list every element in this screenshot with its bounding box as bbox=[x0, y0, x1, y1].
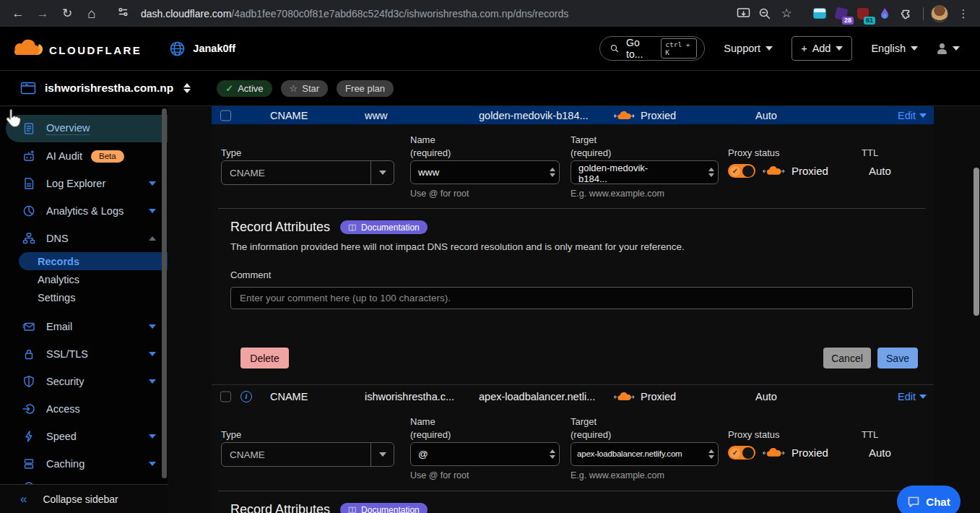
record-checkbox[interactable] bbox=[220, 110, 231, 121]
account-name: Janak0ff bbox=[193, 43, 235, 54]
star-badge[interactable]: ☆ Star bbox=[281, 80, 329, 97]
divider bbox=[218, 491, 925, 491]
record-attributes-title: Record Attributes bbox=[230, 502, 330, 513]
chevron-down-icon bbox=[919, 113, 927, 118]
site-settings-icon[interactable] bbox=[117, 6, 129, 21]
sidebar-item-dns[interactable]: DNS bbox=[0, 225, 168, 252]
documentation-badge[interactable]: Documentation bbox=[340, 220, 428, 234]
goto-search[interactable]: Go to... ctrl + K bbox=[599, 36, 705, 61]
sidebar-item-security[interactable]: Security bbox=[0, 368, 168, 395]
name-required: (required) bbox=[410, 429, 451, 440]
language-menu[interactable]: English bbox=[871, 43, 918, 54]
record-target: golden-medovik-b184... bbox=[479, 110, 589, 121]
save-button[interactable]: Save bbox=[877, 348, 918, 368]
dns-record-row[interactable]: i CNAME ishworishrestha.c... apex-loadba… bbox=[212, 384, 934, 408]
access-icon bbox=[22, 402, 36, 415]
zone-name: ishworishrestha.com.np bbox=[45, 82, 173, 95]
sidebar-item-caching[interactable]: Caching bbox=[0, 450, 168, 478]
edit-record-button[interactable]: Edit bbox=[898, 391, 927, 402]
chevron-down-icon bbox=[766, 46, 773, 51]
bookmark-star-icon[interactable]: ☆ bbox=[777, 4, 796, 23]
name-input[interactable] bbox=[411, 161, 559, 184]
target-label: Target bbox=[571, 416, 597, 427]
proxy-toggle[interactable]: ✓ bbox=[728, 164, 755, 178]
comment-input[interactable] bbox=[231, 288, 912, 309]
delete-button[interactable]: Delete bbox=[240, 348, 289, 368]
sidebar-item-email[interactable]: Email bbox=[0, 313, 168, 340]
chevron-down-icon bbox=[836, 46, 843, 51]
extension-red-icon[interactable]: 61 bbox=[854, 4, 872, 23]
record-attributes-title: Record Attributes bbox=[230, 220, 330, 235]
caching-icon bbox=[22, 457, 36, 470]
sidebar-item-overview[interactable]: Overview bbox=[6, 115, 168, 142]
name-input[interactable] bbox=[411, 443, 559, 465]
sidebar-item-access[interactable]: Access bbox=[0, 395, 168, 423]
extensions-puzzle-icon[interactable] bbox=[897, 4, 916, 23]
record-attributes-section: Record Attributes Documentation bbox=[212, 502, 934, 513]
target-required: (required) bbox=[571, 429, 611, 440]
extension-flame-icon[interactable] bbox=[875, 4, 894, 23]
sidebar-item-dns-settings[interactable]: Settings bbox=[0, 288, 168, 306]
sidebar-scrollbar[interactable] bbox=[162, 108, 167, 478]
stepper-icons[interactable] bbox=[550, 443, 555, 465]
target-input[interactable]: apex-loadbalancer.netlify.com bbox=[571, 442, 719, 466]
account-selector[interactable]: Janak0ff bbox=[169, 40, 235, 57]
forward-icon[interactable]: → bbox=[30, 7, 55, 21]
sidebar-item-log-explorer[interactable]: Log Explorer bbox=[0, 170, 168, 197]
stepper-icons[interactable] bbox=[708, 443, 714, 465]
sidebar-item-partial bbox=[0, 478, 168, 484]
check-icon: ✓ bbox=[225, 83, 233, 94]
cloudflare-logo[interactable]: CLOUDFLARE bbox=[10, 39, 142, 58]
chevron-down-icon bbox=[149, 352, 156, 356]
collapse-icon: « bbox=[20, 492, 27, 506]
back-icon[interactable]: ← bbox=[6, 7, 30, 21]
reload-icon[interactable]: ↻ bbox=[55, 6, 79, 21]
record-type: CNAME bbox=[270, 391, 308, 402]
sidebar-item-ssl-tls[interactable]: SSL/TLS bbox=[0, 340, 168, 368]
proxy-toggle[interactable]: ✓ bbox=[728, 446, 755, 460]
sidebar-item-dns-analytics[interactable]: Analytics bbox=[0, 270, 168, 288]
zone-switcher-icon[interactable] bbox=[183, 83, 191, 93]
address-bar[interactable]: dash.cloudflare.com/4adb1fee7080c0f81e7a… bbox=[117, 6, 734, 21]
lightning-icon bbox=[22, 430, 36, 443]
overview-icon bbox=[22, 122, 36, 135]
add-button[interactable]: + Add bbox=[792, 36, 852, 61]
type-select[interactable]: CNAME bbox=[221, 442, 394, 467]
record-name: ishworishrestha.c... bbox=[365, 391, 454, 402]
sidebar-item-dns-records[interactable]: Records bbox=[19, 252, 168, 270]
proxy-status-label: Proxy status bbox=[728, 147, 780, 160]
info-icon[interactable]: i bbox=[240, 391, 252, 402]
chat-button[interactable]: Chat bbox=[897, 486, 961, 513]
type-select[interactable]: CNAME bbox=[221, 160, 394, 185]
proxy-status-label: Proxy status bbox=[728, 428, 780, 441]
browser-menu-icon[interactable]: ⋮ bbox=[951, 7, 976, 20]
sidebar-item-analytics-logs[interactable]: Analytics & Logs bbox=[0, 197, 168, 225]
zoom-icon[interactable] bbox=[755, 4, 774, 23]
edit-record-button[interactable]: Edit bbox=[898, 110, 927, 121]
book-icon bbox=[348, 506, 357, 513]
sidebar-item-speed[interactable]: Speed bbox=[0, 423, 168, 450]
cancel-button[interactable]: Cancel bbox=[823, 348, 871, 368]
name-input-wrap bbox=[410, 442, 560, 466]
beta-badge: Beta bbox=[91, 150, 124, 163]
sidebar-item-ai-audit[interactable]: AI Audit Beta bbox=[0, 142, 168, 170]
cast-icon[interactable] bbox=[734, 4, 753, 23]
proxied-cloud-icon bbox=[762, 165, 785, 176]
dns-record-row-selected[interactable]: CNAME www golden-medovik-b184... Proxied… bbox=[212, 106, 934, 124]
stepper-icons[interactable] bbox=[708, 161, 714, 184]
extension-printer-icon[interactable] bbox=[810, 4, 829, 23]
extension-purple-icon[interactable]: 28 bbox=[832, 4, 851, 23]
page-scrollbar[interactable] bbox=[974, 168, 979, 316]
home-icon[interactable]: ⌂ bbox=[79, 6, 104, 22]
documentation-badge[interactable]: Documentation bbox=[340, 503, 428, 513]
user-menu[interactable] bbox=[937, 43, 960, 54]
proxied-cloud-icon bbox=[762, 447, 785, 458]
target-input[interactable]: golden-medovik-b184... bbox=[571, 160, 719, 184]
record-checkbox[interactable] bbox=[220, 391, 231, 402]
stepper-icons[interactable] bbox=[550, 161, 555, 184]
collapse-sidebar-button[interactable]: « Collapse sidebar bbox=[0, 484, 168, 513]
mouse-cursor bbox=[4, 107, 23, 132]
profile-avatar[interactable] bbox=[931, 5, 948, 22]
lock-icon bbox=[22, 348, 36, 361]
support-menu[interactable]: Support bbox=[724, 43, 773, 54]
